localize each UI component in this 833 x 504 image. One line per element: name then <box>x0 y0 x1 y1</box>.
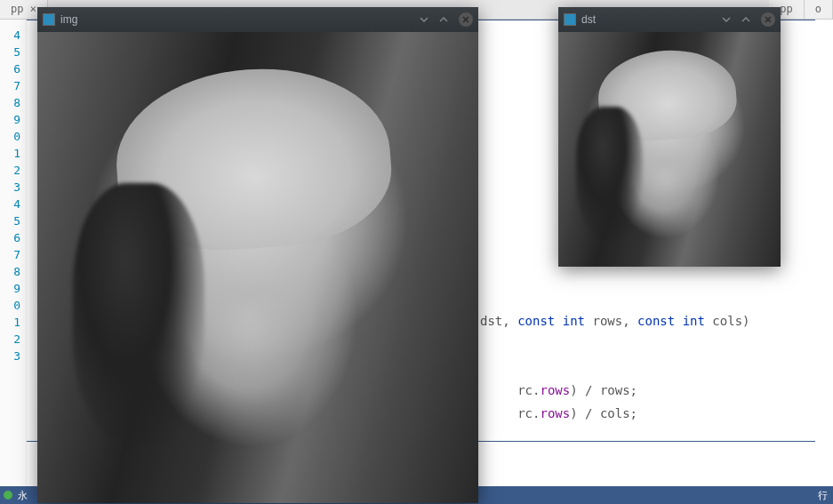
line-number: 0 <box>0 128 20 145</box>
line-number: 0 <box>0 297 20 314</box>
line-number: 7 <box>0 246 20 263</box>
status-text: 永 <box>18 489 28 502</box>
code-text: dst, const int rows, const int cols) rc.… <box>480 286 750 504</box>
line-number: 3 <box>0 179 20 196</box>
image-content <box>558 32 781 267</box>
title-bar[interactable]: dst <box>558 7 781 32</box>
line-number: 7 <box>0 77 20 94</box>
line-number: 9 <box>0 111 20 128</box>
tab-label: o <box>815 3 821 15</box>
status-right: 行 <box>818 489 833 502</box>
minimize-button[interactable] <box>717 10 736 29</box>
line-number: 5 <box>0 44 20 60</box>
line-number: 6 <box>0 229 20 246</box>
editor-tab-r2[interactable]: o <box>805 0 833 19</box>
maximize-button[interactable] <box>434 10 453 29</box>
close-button[interactable] <box>761 12 775 27</box>
status-ok-icon <box>4 491 12 500</box>
image-window-img[interactable]: img <box>37 7 478 503</box>
line-number-gutter: 45678901234567890123 <box>0 20 27 486</box>
line-number: 5 <box>0 212 20 229</box>
image-viewport <box>37 32 478 503</box>
window-title: dst <box>581 13 596 26</box>
maximize-button[interactable] <box>736 10 756 29</box>
window-title: img <box>60 13 77 26</box>
tab-label: pp <box>780 3 792 15</box>
image-viewport <box>558 32 781 267</box>
app-icon <box>564 13 576 26</box>
line-number: 3 <box>0 348 20 364</box>
line-number: 1 <box>0 314 20 331</box>
image-content <box>37 32 478 503</box>
line-number: 9 <box>0 280 20 297</box>
line-number: 2 <box>0 162 20 179</box>
title-bar[interactable]: img <box>37 7 478 32</box>
close-button[interactable] <box>459 12 473 27</box>
image-window-dst[interactable]: dst <box>558 7 781 267</box>
line-number: 8 <box>0 263 20 280</box>
line-number: 1 <box>0 145 20 162</box>
line-number: 4 <box>0 196 20 212</box>
line-number: 4 <box>0 27 20 44</box>
line-number: 8 <box>0 94 20 111</box>
tab-label: pp <box>11 3 23 15</box>
line-number: 2 <box>0 331 20 348</box>
minimize-button[interactable] <box>414 10 434 29</box>
line-number: 6 <box>0 60 20 77</box>
app-icon <box>43 13 55 26</box>
